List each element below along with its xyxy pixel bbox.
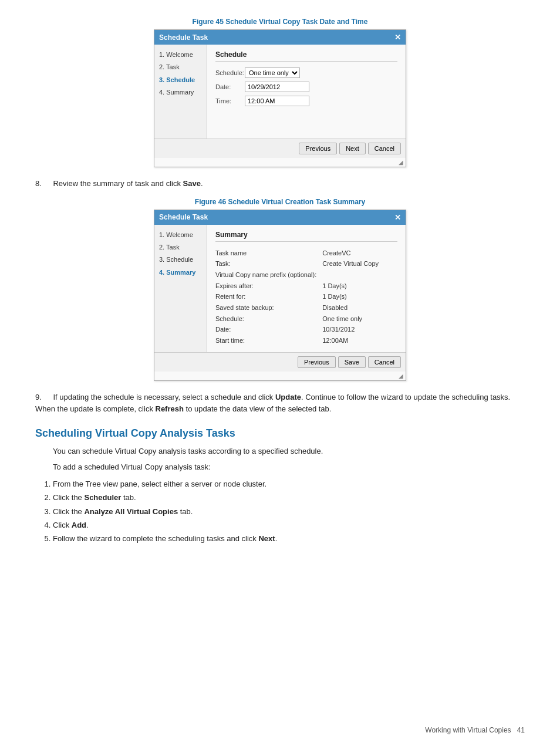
figure46-label-7: Date:: [215, 324, 316, 335]
figure45-next-button[interactable]: Next: [339, 143, 366, 154]
step4-text2: .: [86, 521, 89, 529]
figure45-time-input[interactable]: [245, 96, 309, 106]
figure46-previous-button[interactable]: Previous: [298, 356, 336, 368]
figure46-steps: 1. Welcome 2. Task 3. Schedule 4. Summar…: [154, 225, 207, 352]
section-step2: Click the Scheduler tab.: [53, 491, 525, 504]
step8-text: 8. Review the summary of task and click …: [35, 178, 525, 190]
figure46-caption: Figure 46 Schedule Virtual Creation Task…: [35, 198, 525, 206]
step5-text: Follow the wizard to complete the schedu…: [53, 534, 258, 543]
figure46-value-5: Disabled: [322, 302, 379, 313]
figure45-body: 1. Welcome 2. Task 3. Schedule 4. Summar…: [154, 45, 406, 139]
figure46-step4: 4. Summary: [159, 268, 202, 277]
step8-bold: Save: [183, 179, 201, 188]
figure45-date-label: Date:: [215, 83, 245, 90]
figure46-label-4: Retent for:: [215, 291, 316, 302]
figure46-close-icon[interactable]: ✕: [394, 213, 401, 222]
figure46-step1: 1. Welcome: [159, 231, 202, 239]
figure45-caption: Figure 45 Schedule Virtual Copy Task Dat…: [35, 18, 525, 26]
figure46-label-5: Saved state backup:: [215, 302, 316, 313]
figure45-content: Schedule Schedule: One time only Date: T…: [207, 45, 406, 139]
figure46-value-7: 10/31/2012: [322, 324, 379, 335]
figure45-step2: 2. Task: [159, 63, 202, 72]
step9-bold2: Refresh: [156, 404, 184, 413]
step9-number: 9.: [35, 393, 42, 401]
figure45-step1: 1. Welcome: [159, 50, 202, 59]
step8-number: 8.: [35, 179, 42, 188]
figure46-value-3: 1 Day(s): [322, 281, 379, 292]
step2-text: Click the: [53, 493, 84, 502]
step9-bold1: Update: [275, 393, 301, 401]
footer-text: Working with Virtual Copies: [425, 726, 511, 734]
step9-body3: to update the data view of the selected …: [184, 404, 332, 413]
step2-text2: tab.: [121, 493, 136, 502]
step5-text2: .: [275, 534, 278, 543]
figure46-value-8: 12:00AM: [322, 335, 379, 346]
figure45-dialog: Schedule Task ✕ 1. Welcome 2. Task 3. Sc…: [154, 29, 406, 167]
figure45-titlebar: Schedule Task ✕: [154, 30, 406, 45]
figure45-section-title: Schedule: [215, 50, 397, 62]
figure46-value-4: 1 Day(s): [322, 291, 379, 302]
step3-text: Click the: [53, 507, 84, 516]
figure46-value-1: Create Virtual Copy: [322, 258, 379, 269]
step8-body: Review the summary of task and click: [53, 179, 183, 188]
figure45-step4: 4. Summary: [159, 88, 202, 97]
section-intro1: You can schedule Virtual Copy analysis t…: [53, 445, 525, 458]
page-footer: Working with Virtual Copies 41: [425, 726, 525, 734]
figure45-date-input[interactable]: [245, 82, 309, 92]
step3-bold: Analyze All Virtual Copies: [84, 507, 178, 516]
figure45-step3: 3. Schedule: [159, 76, 202, 85]
figure46-value-6: One time only: [322, 313, 379, 325]
step4-bold: Add: [72, 521, 86, 529]
figure45-schedule-label: Schedule:: [215, 69, 245, 76]
step8-period: .: [201, 179, 203, 188]
step3-text2: tab.: [178, 507, 193, 516]
figure45-time-label: Time:: [215, 97, 245, 104]
figure46-save-button[interactable]: Save: [338, 356, 366, 368]
section-step5: Follow the wizard to complete the schedu…: [53, 532, 525, 545]
figure46-summary: Task name Task: Virtual Copy name prefix…: [215, 248, 397, 346]
figure46-label-1: Task:: [215, 258, 316, 269]
figure45-schedule-select[interactable]: One time only: [245, 67, 300, 78]
figure45-footer: Previous Next Cancel: [154, 139, 406, 158]
figure46-step2: 2. Task: [159, 243, 202, 252]
figure45-time-row: Time:: [215, 96, 397, 106]
figure46-summary-labels: Task name Task: Virtual Copy name prefix…: [215, 248, 316, 346]
step4-text: Click: [53, 521, 72, 529]
figure46-body: 1. Welcome 2. Task 3. Schedule 4. Summar…: [154, 225, 406, 352]
figure46-title: Schedule Task: [159, 213, 208, 221]
figure46-titlebar: Schedule Task ✕: [154, 210, 406, 225]
figure46-cancel-button[interactable]: Cancel: [368, 356, 401, 368]
figure46-value-2: [322, 269, 379, 281]
figure46-label-0: Task name: [215, 248, 316, 259]
figure45-cancel-button[interactable]: Cancel: [368, 143, 401, 154]
figure45-close-icon[interactable]: ✕: [394, 33, 401, 42]
figure45-date-row: Date:: [215, 82, 397, 92]
figure46-label-2: Virtual Copy name prefix (optional):: [215, 269, 316, 281]
figure45-previous-button[interactable]: Previous: [299, 143, 337, 154]
figure46-footer: Previous Save Cancel: [154, 352, 406, 372]
figure46-label-3: Expires after:: [215, 281, 316, 292]
figure46-resize: ◢: [154, 372, 406, 380]
figure45-title: Schedule Task: [159, 33, 208, 42]
figure46-label-6: Schedule:: [215, 313, 316, 325]
figure46-caption-wrapper: Figure 46 Schedule Virtual Creation Task…: [35, 198, 525, 206]
section-step3: Click the Analyze All Virtual Copies tab…: [53, 505, 525, 518]
figure46-label-8: Start time:: [215, 335, 316, 346]
figure46-value-0: CreateVC: [322, 248, 379, 259]
figure46-content: Summary Task name Task: Virtual Copy nam…: [207, 225, 406, 352]
section-step4: Click Add.: [53, 518, 525, 532]
step5-bold: Next: [258, 534, 275, 543]
step2-bold: Scheduler: [84, 493, 121, 502]
section-step1: From the Tree view pane, select either a…: [53, 477, 525, 491]
figure45-schedule-row: Schedule: One time only: [215, 67, 397, 78]
section-steps: From the Tree view pane, select either a…: [53, 477, 525, 546]
figure46-section-title: Summary: [215, 231, 397, 242]
figure45-steps: 1. Welcome 2. Task 3. Schedule 4. Summar…: [154, 45, 207, 139]
step1-text: From the Tree view pane, select either a…: [53, 480, 266, 488]
section-intro2: To add a scheduled Virtual Copy analysis…: [53, 461, 525, 474]
step9-text: 9. If updating the schedule is necessary…: [35, 391, 525, 416]
figure45-caption-wrapper: Figure 45 Schedule Virtual Copy Task Dat…: [35, 18, 525, 26]
figure46-dialog: Schedule Task ✕ 1. Welcome 2. Task 3. Sc…: [154, 210, 406, 381]
figure46-summary-values: CreateVC Create Virtual Copy 1 Day(s) 1 …: [322, 248, 379, 346]
step9-body1: If updating the schedule is necessary, s…: [53, 393, 275, 401]
